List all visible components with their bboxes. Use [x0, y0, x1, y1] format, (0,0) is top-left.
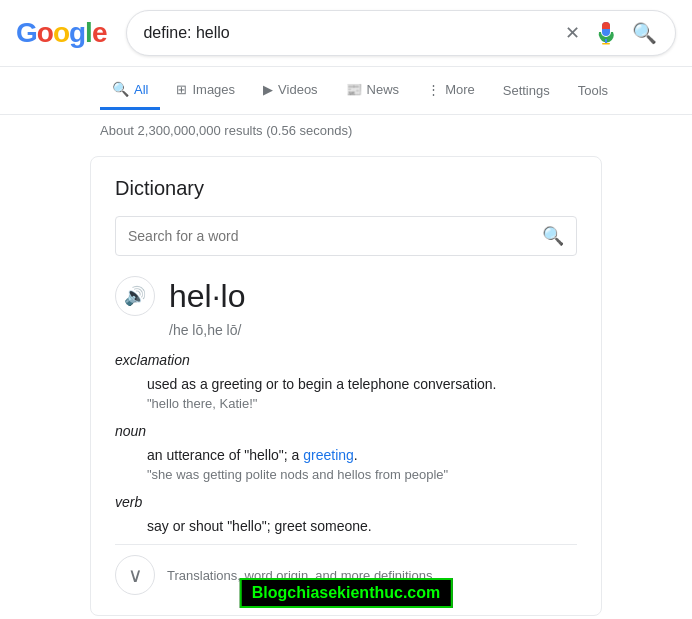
footer-text: Translations, word origin, and more defi…: [167, 568, 432, 583]
pos-verb: verb: [115, 494, 577, 510]
tab-images-label: Images: [192, 82, 235, 97]
search-icon: 🔍: [632, 21, 657, 45]
more-icon: ⋮: [427, 82, 440, 97]
images-icon: ⊞: [176, 82, 187, 97]
tab-videos[interactable]: ▶ Videos: [251, 72, 330, 110]
tab-all-label: All: [134, 82, 148, 97]
example-exclamation: "hello there, Katie!": [147, 396, 577, 411]
dictionary-search-bar: 🔍: [115, 216, 577, 256]
tab-images[interactable]: ⊞ Images: [164, 72, 247, 110]
tab-all[interactable]: 🔍 All: [100, 71, 160, 110]
nav-tabs: 🔍 All ⊞ Images ▶ Videos 📰 News ⋮ More Se…: [0, 67, 692, 115]
settings-button[interactable]: Settings: [491, 75, 562, 106]
speaker-icon: 🔊: [124, 285, 146, 307]
definition-text-exclamation: used as a greeting or to begin a telepho…: [147, 376, 496, 392]
tab-more[interactable]: ⋮ More: [415, 72, 487, 110]
pos-exclamation: exclamation: [115, 352, 577, 368]
definition-noun: an utterance of "hello"; a greeting.: [147, 447, 577, 463]
tab-videos-label: Videos: [278, 82, 318, 97]
search-input[interactable]: [143, 24, 563, 42]
dictionary-search-input[interactable]: [128, 228, 542, 244]
google-logo: Google: [16, 17, 106, 49]
search-bar: ✕ 🔍: [126, 10, 676, 56]
header: Google ✕ 🔍: [0, 0, 692, 67]
tools-button[interactable]: Tools: [566, 75, 620, 106]
all-icon: 🔍: [112, 81, 129, 97]
tab-news[interactable]: 📰 News: [334, 72, 412, 110]
clear-icon: ✕: [565, 22, 580, 44]
mic-button[interactable]: [592, 19, 620, 47]
tab-more-label: More: [445, 82, 475, 97]
pronunciation: /he lō,he lō/: [169, 322, 577, 338]
tab-news-label: News: [367, 82, 400, 97]
definition-verb: say or shout "hello"; greet someone.: [147, 518, 577, 534]
dictionary-card: Dictionary 🔍 🔊 hel·lo /he lō,he lō/ excl…: [90, 156, 602, 616]
dictionary-title: Dictionary: [115, 177, 577, 200]
word-text: hel·lo: [169, 278, 246, 315]
mic-icon: [594, 21, 618, 45]
word-header: 🔊 hel·lo: [115, 276, 577, 316]
clear-button[interactable]: ✕: [563, 20, 582, 46]
search-button[interactable]: 🔍: [630, 19, 659, 47]
videos-icon: ▶: [263, 82, 273, 97]
dictionary-footer: ∨ Translations, word origin, and more de…: [115, 544, 577, 595]
definition-exclamation: used as a greeting or to begin a telepho…: [147, 376, 577, 392]
expand-button[interactable]: ∨: [115, 555, 155, 595]
chevron-down-icon: ∨: [128, 563, 143, 587]
dictionary-search-icon: 🔍: [542, 225, 564, 247]
speaker-button[interactable]: 🔊: [115, 276, 155, 316]
nav-right: Settings Tools: [491, 75, 620, 106]
greeting-link[interactable]: greeting: [303, 447, 354, 463]
pos-noun: noun: [115, 423, 577, 439]
page-wrapper: Google ✕ 🔍: [0, 0, 692, 619]
search-bar-icons: ✕ 🔍: [563, 19, 659, 47]
example-noun: "she was getting polite nods and hellos …: [147, 467, 577, 482]
news-icon: 📰: [346, 82, 362, 97]
svg-rect-1: [602, 43, 610, 45]
results-info: About 2,300,000,000 results (0.56 second…: [0, 115, 692, 146]
svg-rect-0: [605, 39, 607, 43]
